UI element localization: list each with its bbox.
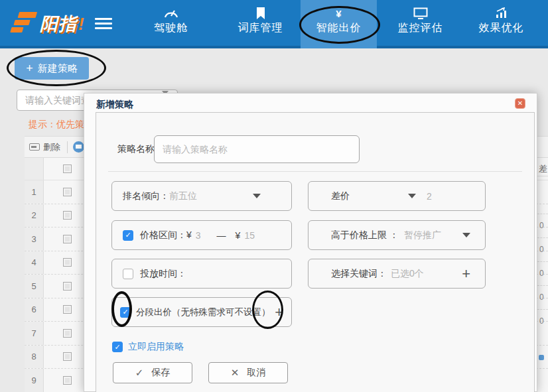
top-nav: 阳指 ! 驾驶舱 词库管理 ¥ 智能出价 监控评估 [0,0,548,48]
select-keywords-field[interactable]: 选择关键词： 已选0个 + [308,259,486,289]
row-number: 6 [25,298,44,322]
right-col-value: 0 [537,261,548,285]
right-col-value: 0 [537,214,548,237]
gauge-icon [133,0,209,20]
row-checkbox[interactable] [63,305,72,314]
right-col-value: 0 [537,237,548,261]
row-number-header [25,158,44,180]
monitor-icon [382,0,458,20]
schedule-field[interactable]: 投放时间： [111,259,292,289]
app-window: 阳指 ! 驾驶舱 词库管理 ¥ 智能出价 监控评估 [0,0,548,392]
chevron-down-icon [408,194,416,198]
chart-icon [463,0,539,20]
price-range-field[interactable]: 价格区间：¥ 3 — ¥ 15 [111,220,292,250]
tip-text: 提示：优先策 [29,119,84,131]
row-number: 1 [25,180,44,204]
row-checkbox[interactable] [63,211,72,220]
row-checkbox[interactable] [63,235,72,243]
nav-item-smart-bid[interactable]: ¥ 智能出价 [301,0,377,48]
price-diff-dropdown[interactable]: 差价 2 [308,181,486,211]
new-strategy-button[interactable]: + 新建策略 [15,57,89,80]
list-settings-icon[interactable] [73,141,84,153]
right-col-value: 0 [537,309,548,333]
header-divider [67,141,68,153]
row-checkbox[interactable] [63,188,72,196]
delete-button[interactable]: 删除 [29,141,60,153]
nav-item-thesaurus[interactable]: 词库管理 [222,0,299,48]
keywords-count: 已选0个 [391,268,424,280]
select-all-checkbox[interactable] [63,164,72,173]
nav-item-dashboard[interactable]: 驾驶舱 [133,0,209,48]
enable-strategy-label: 立即启用策略 [128,341,184,353]
nav-item-optimize[interactable]: 效果优化 [463,0,539,48]
row-checkbox[interactable] [63,282,72,291]
row-checkbox[interactable] [63,376,72,385]
modal-title: 新增策略 [96,99,133,111]
row-number: 8 [25,346,44,369]
row-checkbox[interactable] [63,352,72,361]
schedule-checkbox[interactable] [123,269,133,279]
chevron-down-icon [253,194,261,198]
menu-icon[interactable] [95,18,112,31]
row-number: 4 [25,251,44,275]
diff-value: 2 [427,191,432,202]
divider [108,171,522,172]
logo-text: 阳指 [40,12,77,36]
row-number: 2 [25,204,44,228]
row-checkbox[interactable] [63,258,72,267]
price-min-value[interactable]: 3 [196,230,201,241]
segment-bid-checkbox[interactable] [120,307,131,318]
x-icon: ✕ [231,367,240,379]
right-col-value: 0 [537,285,548,309]
add-keywords-icon[interactable]: + [462,267,470,281]
cancel-button[interactable]: ✕ 取消 [208,362,288,383]
above-limit-value: 暂停推广 [404,229,441,241]
enable-strategy-row: 立即启用策略 [112,341,184,353]
chevron-down-icon [462,233,470,237]
strategy-name-input[interactable] [154,135,360,163]
row-number: 7 [25,322,44,345]
right-col-values: 00000 [537,214,548,333]
segment-bid-field[interactable]: 分段出价（无特殊需求可不设置） + [111,297,292,327]
add-segment-icon[interactable]: + [275,306,283,319]
check-icon: ✓ [135,367,144,379]
save-button[interactable]: ✓ 保存 [113,362,192,383]
row-number: 5 [25,275,44,298]
close-icon[interactable]: ✕ [515,98,525,109]
logo-swoosh-icon [9,10,38,38]
right-col-header: 差 [539,163,547,175]
yen-icon: ¥ [301,0,377,20]
new-strategy-label: 新建策略 [38,62,78,75]
row-number: 3 [25,228,44,251]
plus-icon: + [26,62,33,76]
table-right-sliver: 差 00000 [537,136,548,392]
brand-logo: 阳指 ! [9,8,84,40]
enable-strategy-checkbox[interactable] [112,342,123,352]
logo-exclamation: ! [78,14,84,34]
new-strategy-modal: 新增策略 ✕ 策略名称： 排名倾向： 前五位 差价 2 价格区间：¥ 3 [84,93,537,392]
rank-value: 前五位 [169,190,197,202]
price-range-checkbox[interactable] [123,230,133,241]
pagination-fragment [539,355,544,360]
row-number: 9 [25,369,44,392]
delete-label: 删除 [43,141,60,153]
row-checkbox[interactable] [63,329,72,338]
bookmark-icon [222,0,299,20]
modal-panel: 策略名称： 排名倾向： 前五位 差价 2 价格区间：¥ 3 — ¥ 15 [96,112,535,392]
rank-preference-dropdown[interactable]: 排名倾向： 前五位 [111,181,292,211]
price-max-value[interactable]: 15 [244,230,255,241]
above-limit-dropdown[interactable]: 高于价格上限 ： 暂停推广 [308,220,486,250]
nav-item-monitor[interactable]: 监控评估 [382,0,458,48]
delete-icon [29,143,40,151]
